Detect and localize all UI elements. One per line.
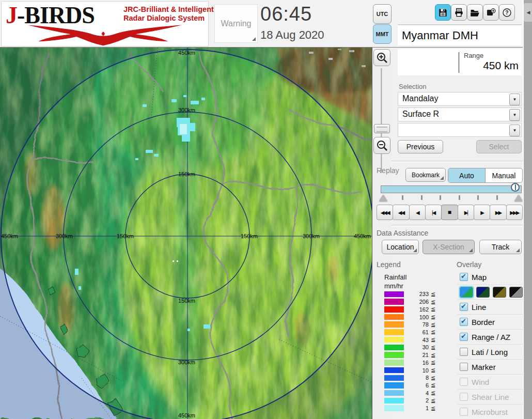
track-button[interactable]: Track — [479, 240, 522, 254]
site-dropdown[interactable]: Mandalay ▼ — [398, 92, 522, 106]
x-section-button[interactable]: X-Section — [423, 240, 475, 254]
play-reverse-button[interactable]: ◀ — [409, 205, 426, 220]
ring-label: 300km — [303, 233, 320, 239]
less-equal-symbol: ≦ — [431, 306, 435, 313]
legend-color-swatch — [384, 382, 404, 389]
zoom-in-button[interactable] — [373, 49, 390, 66]
less-equal-symbol: ≦ — [431, 405, 435, 412]
ring-label: 450km — [178, 412, 195, 418]
manual-mode-button[interactable]: Manual — [485, 168, 522, 182]
less-equal-symbol: ≦ — [431, 390, 435, 396]
legend-value: 61 — [408, 329, 429, 335]
previous-button[interactable]: Previous — [398, 140, 443, 153]
legend-value: 206 — [408, 299, 429, 305]
zoom-out-button[interactable] — [373, 137, 390, 154]
legend-color-swatch — [384, 321, 404, 328]
checkbox-border[interactable] — [460, 318, 468, 326]
site-dropdown-value: Mandalay — [402, 94, 438, 103]
legend-row: 4≦ — [380, 389, 463, 397]
legend-color-swatch — [384, 337, 404, 343]
legend-color-swatch — [384, 291, 404, 298]
overlay-row-line: Line — [458, 299, 523, 314]
checkbox-line[interactable] — [460, 303, 468, 311]
mmt-toggle-button[interactable]: MMT — [373, 24, 392, 44]
map-style-gray-button[interactable] — [509, 287, 523, 298]
overlay-row-wind: Wind — [458, 374, 523, 389]
location-button[interactable]: Location — [382, 240, 419, 254]
legend-title-2: mm/hr — [384, 282, 463, 290]
auto-mode-button[interactable]: Auto — [448, 168, 485, 182]
checkbox-shear-line — [460, 393, 468, 401]
option-dropdown[interactable]: ▼ — [398, 123, 522, 137]
logo-subtitle: JRC-Brilliant & Intelligent Radar Dialog… — [123, 5, 214, 23]
legend-value: 162 — [408, 306, 429, 313]
range-end-marker[interactable] — [514, 195, 523, 201]
capture-image-button[interactable] — [483, 4, 499, 21]
fast-rewind-3-button[interactable]: ◀◀◀ — [377, 205, 393, 220]
legend-color-swatch — [384, 299, 404, 305]
step-forward-button[interactable]: ▶| — [458, 205, 474, 220]
product-dropdown-value: Surface R — [402, 110, 439, 119]
legend-color-swatch — [384, 360, 404, 366]
help-button[interactable]: ? — [499, 4, 515, 21]
clock-date: 18 Aug 2020 — [260, 28, 324, 42]
legend-value: 30 — [408, 344, 429, 350]
panel-collapse-tab[interactable]: ◀ — [524, 3, 532, 22]
fast-forward-3-button[interactable]: ▶▶▶ — [506, 205, 523, 220]
map-style-olive-button[interactable] — [493, 287, 506, 298]
map-style-daylight-button[interactable] — [460, 287, 473, 298]
legend-value: 233 — [408, 291, 429, 297]
legend-color-swatch — [384, 352, 404, 358]
open-file-button[interactable] — [467, 4, 483, 21]
zoom-slider-track[interactable] — [381, 68, 383, 173]
checkbox-lati-long[interactable] — [460, 348, 468, 356]
ring-label: 450km — [1, 233, 18, 239]
legend-value: 1 — [408, 405, 429, 411]
checkbox-range-az[interactable] — [460, 333, 468, 341]
overlay-row-marker: Marker — [458, 359, 523, 374]
stop-button[interactable]: ■ — [441, 205, 458, 220]
bookmark-button[interactable]: Bookmark — [405, 168, 446, 182]
legend-row: 100≦ — [380, 313, 463, 321]
timeline-tick — [477, 195, 479, 200]
zoom-slider-thumb[interactable] — [374, 124, 390, 133]
map-style-night-button[interactable] — [476, 287, 490, 298]
legend-color-swatch — [384, 367, 404, 374]
step-back-button[interactable]: |◀ — [425, 205, 442, 220]
radar-map[interactable]: 450km300km150km150km300km450km450km300km… — [0, 48, 372, 419]
legend-color-swatch — [384, 390, 404, 396]
overlay-row-lati-long: Lati / Long — [458, 344, 523, 359]
chevron-down-icon[interactable]: ▼ — [509, 125, 520, 136]
chevron-down-icon[interactable]: ▼ — [509, 94, 520, 105]
overlay-row-map: Map — [458, 270, 523, 284]
checkbox-map[interactable] — [460, 273, 468, 281]
capture-image-icon — [486, 8, 496, 18]
checkbox-wind — [460, 378, 468, 386]
ring-label: 450km — [178, 50, 195, 56]
overlay-item-label: Marker — [472, 363, 496, 371]
save-button[interactable] — [435, 4, 451, 21]
fast-rewind-2-button[interactable]: ◀◀ — [393, 205, 409, 220]
replay-slider-handle[interactable] — [511, 183, 520, 192]
range-start-marker[interactable] — [379, 195, 387, 201]
legend-row: 43≦ — [380, 336, 463, 344]
replay-label: Replay — [377, 166, 399, 175]
replay-timeline-slider[interactable] — [381, 185, 522, 193]
open-folder-icon — [470, 8, 480, 18]
print-button[interactable] — [451, 4, 467, 21]
legend-row: 8≦ — [380, 374, 463, 382]
ring-label: 300km — [56, 233, 73, 239]
legend-row: 78≦ — [380, 321, 463, 329]
checkbox-marker[interactable] — [460, 363, 468, 371]
play-button[interactable]: ▶ — [474, 205, 490, 220]
rainfall-legend: Rainfall mm/hr 233≦206≦162≦100≦78≦61≦43≦… — [380, 273, 463, 412]
jbirds-logo: J-BIRDS JRC-Brilliant & Intelligent Rada… — [1, 1, 209, 46]
product-dropdown[interactable]: Surface R ▼ — [398, 107, 522, 121]
playback-toolbar: ◀◀◀◀◀◀|◀■▶|▶▶▶▶▶▶ — [377, 205, 522, 220]
fast-forward-2-button[interactable]: ▶▶ — [490, 205, 506, 220]
chevron-down-icon[interactable]: ▼ — [509, 109, 520, 121]
utc-toggle-button[interactable]: UTC — [373, 4, 392, 24]
less-equal-symbol: ≦ — [431, 375, 435, 381]
legend-row: 233≦ — [380, 290, 463, 298]
warning-button[interactable]: Warning — [214, 4, 258, 43]
